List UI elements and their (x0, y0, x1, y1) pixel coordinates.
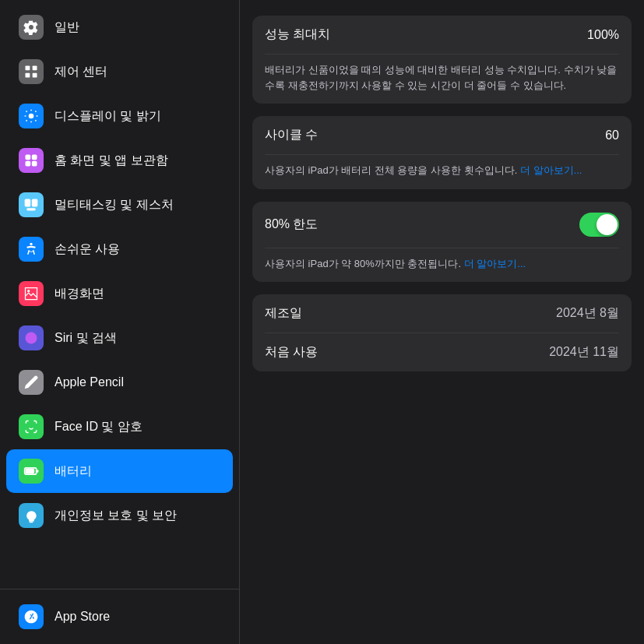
sidebar-item-control-center[interactable]: 제어 센터 (6, 50, 233, 93)
cycle-label: 사이클 수 (265, 127, 318, 143)
manufacture-value: 2024년 8월 (556, 305, 619, 322)
svg-rect-2 (26, 73, 30, 78)
svg-point-12 (30, 243, 32, 245)
svg-rect-5 (26, 155, 31, 160)
battery-icon (19, 459, 44, 484)
limit-row: 80% 한도 (252, 202, 632, 248)
sidebar-item-display[interactable]: 디스플레이 및 밝기 (6, 94, 233, 138)
manufacture-label: 제조일 (265, 305, 302, 322)
sidebar-item-home-screen[interactable]: 홈 화면 및 앱 보관함 (6, 139, 233, 182)
limit-toggle[interactable] (579, 213, 619, 237)
sidebar-item-home-screen-label: 홈 화면 및 앱 보관함 (55, 153, 168, 169)
sidebar-item-display-label: 디스플레이 및 밝기 (55, 108, 161, 125)
siri-icon (19, 326, 44, 350)
limit-description: 사용자의 iPad가 약 80%까지만 충전됩니다. 더 알아보기... (252, 248, 632, 283)
first-use-row: 처음 사용 2024년 11월 (252, 333, 632, 371)
limit-description-prefix: 사용자의 iPad가 약 80%까지만 충전됩니다. (265, 258, 461, 269)
control-center-icon (19, 59, 44, 84)
sidebar-item-apple-pencil-label: Apple Pencil (55, 375, 124, 389)
sidebar-item-face-id[interactable]: Face ID 및 암호 (6, 405, 233, 449)
performance-label: 성능 최대치 (265, 26, 330, 43)
sidebar-item-control-center-label: 제어 센터 (55, 64, 107, 80)
cycle-description: 사용자의 iPad가 배터리 전체 용량을 사용한 횟수입니다. 더 알아보기.… (252, 155, 632, 189)
svg-rect-17 (30, 522, 33, 523)
svg-point-14 (26, 333, 37, 344)
svg-rect-7 (26, 161, 31, 167)
performance-row: 성능 최대치 100% (252, 16, 632, 54)
svg-rect-3 (33, 73, 37, 78)
svg-rect-1 (33, 66, 37, 71)
sidebar-item-accessibility[interactable]: 손쉬운 사용 (6, 227, 233, 271)
sidebar-list: 일반 제어 센터 디스플레이 및 밝기 홈 화면 및 앱 보관함 (0, 0, 239, 589)
sidebar-item-face-id-label: Face ID 및 암호 (55, 419, 143, 435)
first-use-label: 처음 사용 (265, 344, 318, 361)
sidebar-item-app-store-label: App Store (55, 610, 110, 624)
sidebar-item-privacy-label: 개인정보 보호 및 보안 (55, 508, 177, 524)
sidebar-item-wallpaper[interactable]: 배경화면 (6, 272, 233, 315)
svg-rect-0 (26, 66, 30, 71)
manufacture-row: 제조일 2024년 8월 (252, 294, 632, 333)
sidebar: 일반 제어 센터 디스플레이 및 밝기 홈 화면 및 앱 보관함 (0, 0, 240, 644)
sidebar-item-siri[interactable]: Siri 및 검색 (6, 316, 233, 360)
svg-rect-8 (32, 161, 37, 167)
wallpaper-icon (19, 281, 44, 306)
sidebar-item-accessibility-label: 손쉬운 사용 (55, 241, 120, 258)
performance-value: 100% (587, 28, 619, 42)
sidebar-item-battery[interactable]: 배터리 (6, 449, 233, 493)
cycle-card: 사이클 수 60 사용자의 iPad가 배터리 전체 용량을 사용한 횟수입니다… (252, 116, 632, 189)
display-icon (19, 104, 44, 128)
svg-point-4 (29, 114, 34, 119)
cycle-row: 사이클 수 60 (252, 116, 632, 154)
home-screen-icon (19, 148, 44, 173)
face-id-icon (19, 414, 44, 439)
svg-rect-11 (26, 208, 36, 210)
sidebar-item-wallpaper-label: 배경화면 (55, 286, 104, 302)
info-card: 제조일 2024년 8월 처음 사용 2024년 11월 (252, 294, 632, 371)
sidebar-item-apple-pencil[interactable]: Apple Pencil (6, 361, 233, 404)
apple-pencil-icon (19, 370, 44, 395)
svg-rect-16 (26, 470, 33, 473)
cycle-description-prefix: 사용자의 iPad가 배터리 전체 용량을 사용한 횟수입니다. (265, 164, 517, 176)
limit-card: 80% 한도 사용자의 iPad가 약 80%까지만 충전됩니다. 더 알아보기… (252, 202, 632, 283)
sidebar-item-siri-label: Siri 및 검색 (55, 330, 117, 347)
first-use-value: 2024년 11월 (549, 344, 619, 361)
svg-rect-6 (32, 155, 37, 160)
svg-rect-9 (25, 199, 31, 207)
sidebar-item-battery-label: 배터리 (55, 463, 92, 480)
sidebar-bottom: App Store (0, 589, 239, 644)
multitasking-icon (19, 192, 44, 217)
svg-rect-10 (32, 199, 38, 207)
cycle-description-link[interactable]: 더 알아보기... (520, 164, 582, 176)
sidebar-item-multitasking-label: 멀티태스킹 및 제스처 (55, 197, 174, 213)
sidebar-item-app-store[interactable]: App Store (6, 595, 233, 639)
cycle-value: 60 (605, 128, 619, 143)
sidebar-item-multitasking[interactable]: 멀티태스킹 및 제스처 (6, 183, 233, 227)
privacy-icon (19, 503, 44, 528)
limit-description-link[interactable]: 더 알아보기... (464, 258, 526, 269)
performance-card: 성능 최대치 100% 배터리가 신품이었을 때의 성능에 대비한 배터리 성능… (252, 16, 632, 104)
accessibility-icon (19, 237, 44, 262)
sidebar-item-privacy[interactable]: 개인정보 보호 및 보안 (6, 494, 233, 537)
performance-description: 배터리가 신품이었을 때의 성능에 대비한 배터리 성능 수치입니다. 수치가 … (252, 55, 632, 104)
sidebar-item-general[interactable]: 일반 (6, 5, 233, 49)
svg-point-13 (27, 290, 30, 292)
app-store-icon (19, 604, 44, 629)
main-content: 성능 최대치 100% 배터리가 신품이었을 때의 성능에 대비한 배터리 성능… (240, 0, 644, 644)
sidebar-item-general-label: 일반 (55, 19, 79, 36)
limit-label: 80% 한도 (265, 216, 318, 233)
general-icon (19, 15, 44, 40)
